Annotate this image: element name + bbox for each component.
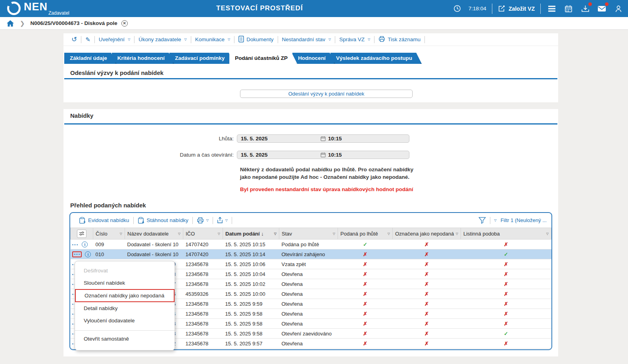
export-button[interactable]: ▽ — [213, 217, 232, 224]
column-filter-icon[interactable]: ▽ — [388, 232, 390, 236]
toolbar-action-label: Tisk záznamu — [388, 36, 421, 42]
tab-pod-n-astn-k-zp[interactable]: Podání účastníků ZP — [229, 53, 297, 64]
column-settings-icon[interactable] — [77, 230, 86, 238]
column-filter-icon[interactable]: ▽ — [333, 232, 335, 236]
cross-icon: ✗ — [424, 251, 429, 257]
column-header-označena-jako-nepodaná[interactable]: Označena jako nepodaná▽ — [393, 228, 461, 239]
cell-stav: Otevřena — [279, 339, 338, 349]
column-filter-icon[interactable]: ▽ — [456, 232, 458, 236]
home-icon[interactable] — [6, 20, 14, 27]
row-info-icon[interactable]: i — [82, 241, 88, 247]
cross-icon: ✗ — [424, 321, 429, 327]
section-separator — [63, 102, 558, 109]
column-header-listinná-podoba[interactable]: Listinná podoba▽ — [461, 228, 551, 239]
cell-podana-po-lhute: ✓ — [338, 239, 393, 249]
chevron-down-icon: ▽ — [228, 38, 230, 41]
cross-icon: ✗ — [424, 311, 429, 317]
nen-logo[interactable]: NEN Zadavatel — [7, 1, 69, 16]
downloads-inbox-icon[interactable] — [580, 3, 591, 14]
toolbar-action-spr-va-vz[interactable]: Správa VZ▽ — [335, 36, 374, 42]
toolbar-action-dokumenty[interactable]: Dokumenty — [234, 36, 277, 44]
tab-z-kladn-daje[interactable]: Základní údaje — [64, 53, 117, 64]
column-header-číslo[interactable]: Číslo▽ — [93, 228, 125, 239]
evidovat-nabidku-button[interactable]: Evidovat nabídku — [75, 217, 133, 224]
context-menu-item-detail-nabídky[interactable]: Detail nabídky — [75, 302, 175, 314]
divider — [424, 36, 425, 43]
otevirani-field[interactable]: 15. 5. 2025 10:15 — [237, 151, 409, 159]
context-menu-item-otevřít-samostatně[interactable]: Otevřít samostatně — [75, 330, 175, 345]
menu-hamburger-icon[interactable] — [546, 3, 557, 14]
cell-oznacena-jako-nepodana: ✗ — [393, 259, 461, 269]
row-menu-icon[interactable]: ●●● — [72, 251, 82, 257]
cell-stav: Otevřena — [279, 279, 338, 289]
active-filter-label[interactable]: Filtr 1 (Neuložený ... — [501, 217, 547, 223]
column-filter-icon[interactable]: ▽ — [178, 232, 181, 236]
tab-hodnocen-[interactable]: Hodnocení — [292, 53, 335, 64]
cross-icon: ✗ — [424, 331, 429, 337]
column-header-název-dodavatele[interactable]: Název dodavatele▽ — [125, 228, 183, 239]
downloads-notification-dot — [588, 2, 592, 6]
table-row[interactable]: ●●●i010Dodavatel - školení 101470742015.… — [71, 249, 551, 259]
cell-oznacena-jako-nepodana: ✗ — [393, 279, 461, 289]
cell-cislo: 010 — [93, 249, 125, 259]
export-dropdown-caret[interactable]: ▽ — [225, 218, 228, 222]
column-header-stav[interactable]: Stav▽ — [279, 228, 338, 239]
otevirani-time-value: 10:15 — [328, 152, 342, 158]
column-filter-icon[interactable]: ▽ — [546, 232, 549, 236]
toolbar-action-history-icon[interactable]: ↺ — [67, 36, 81, 43]
lhuta-field[interactable]: 15. 5. 2025 10:15 — [237, 134, 409, 143]
table-row[interactable]: ●●●i009Dodavatel - školení 101470742015.… — [71, 239, 551, 249]
column-filter-icon[interactable]: ▽ — [274, 232, 277, 236]
tab-v-sledek-zad-vac-ho-postupu[interactable]: Výsledek zadávacího postupu — [330, 53, 422, 64]
filter-dropdown-caret[interactable]: ▽ — [494, 218, 497, 222]
tab-zad-vac-podm-nky[interactable]: Zadávací podmínky — [169, 53, 234, 64]
cell-listinna-podoba: ✗ — [461, 319, 551, 329]
print-dropdown-caret[interactable]: ▽ — [206, 218, 209, 222]
column-filter-icon[interactable]: ▽ — [218, 232, 220, 236]
breadcrumb-chevron-icon: ❯ — [20, 20, 25, 27]
column-header-podaná-po-lhůtě[interactable]: Podaná po lhůtě▽ — [338, 228, 393, 239]
tab-krit-ria-hodnocen-[interactable]: Kritéria hodnocení — [112, 53, 174, 64]
otevirani-label: Datum a čas otevírání: — [63, 152, 237, 158]
toolbar-action-tisk-z-znamu[interactable]: Tisk záznamu — [374, 36, 424, 43]
create-vz-button[interactable]: Založit VZ — [498, 5, 535, 12]
context-menu-item-sloučení-nabídek[interactable]: Sloučení nabídek — [75, 277, 175, 289]
stahnout-nabidky-button[interactable]: Stáhnout nabídky — [134, 217, 192, 224]
filter-funnel-icon[interactable] — [478, 217, 486, 224]
messages-envelope-icon[interactable] — [596, 3, 607, 14]
context-menu-item-vyloučení-dodavatele[interactable]: Vyloučení dodavatele — [75, 314, 175, 327]
calendar-icon[interactable] — [563, 3, 574, 14]
print-table-button[interactable]: ▽ — [193, 217, 213, 224]
cell-ico: 12345678 — [183, 339, 223, 349]
odeslani-vyzvy-button[interactable]: Odeslání výzvy k podání nabídek — [240, 90, 413, 98]
toolbar-action-nestandardn-stav[interactable]: Nestandardní stav▽ — [278, 36, 335, 42]
row-menu-icon[interactable]: ●●● — [72, 243, 79, 246]
breadcrumb-item[interactable]: N006/25/V00004673 - Disková pole — [31, 20, 117, 26]
cell-stav: Vzata zpět — [279, 259, 338, 269]
cross-icon: ✗ — [363, 331, 367, 337]
row-info-icon[interactable]: i — [85, 251, 91, 257]
printer-icon — [378, 36, 385, 43]
cell-listinna-podoba: ✗ — [461, 239, 551, 249]
cell-ico: 12345678 — [183, 259, 223, 269]
toolbar-action--kony-zadavatele[interactable]: Úkony zadavatele▽ — [134, 36, 190, 42]
column-filter-icon[interactable]: ▽ — [120, 232, 122, 236]
toolbar-action-pencil-icon[interactable]: ✎ — [81, 36, 94, 43]
column-header-ičo[interactable]: IČO▽ — [183, 228, 223, 239]
toolbar-action-label: Uveřejnění — [99, 36, 125, 42]
cell-podana-po-lhute: ✗ — [338, 259, 393, 269]
table-heading: Přehled podaných nabídek — [70, 202, 146, 209]
context-menu-item-označení-nabídky-jako-nepodaná[interactable]: Označení nabídky jako nepodaná — [75, 289, 175, 302]
user-profile-icon[interactable] — [613, 3, 624, 14]
check-icon: ✓ — [504, 331, 508, 337]
breadcrumb-close-icon[interactable]: ✕ — [121, 20, 128, 27]
cross-icon: ✗ — [504, 281, 508, 287]
column-header-datum-podání[interactable]: Datum podání ↓▽ — [223, 228, 279, 239]
toolbar-action-uve-ejn-n-[interactable]: Uveřejnění▽ — [95, 36, 134, 42]
cell-datum-podani: 15. 5. 2025 10:04 — [223, 269, 279, 279]
cell-ico: 12345678 — [183, 269, 223, 279]
messages-notification-dot — [605, 2, 609, 6]
cross-icon: ✗ — [504, 301, 508, 307]
nonstandard-state-alert: Byl proveden nestandardní stav úprava na… — [240, 186, 446, 192]
toolbar-action-komunikace[interactable]: Komunikace▽ — [191, 36, 234, 42]
